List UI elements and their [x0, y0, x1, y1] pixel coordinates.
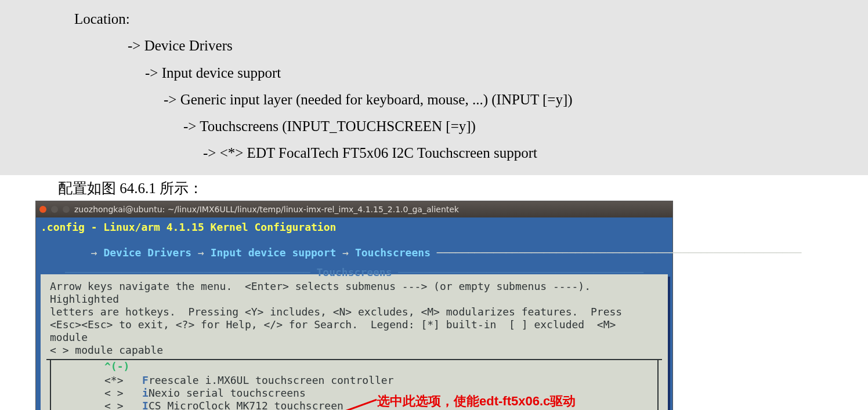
menuconfig-help: Arrow keys navigate the menu. <Enter> se… [46, 280, 662, 357]
window-minimize-icon[interactable] [51, 206, 58, 213]
location-block: Location: -> Device Drivers -> Input dev… [0, 0, 868, 175]
arrow-icon: → [198, 246, 204, 259]
location-line-1: -> Device Drivers [0, 32, 868, 59]
menuconfig-option[interactable]: <*> Freescale i.MX6UL touchscreen contro… [51, 374, 657, 387]
terminal-window: zuozhongkai@ubuntu: ~/linux/IMX6ULL/linu… [36, 201, 672, 411]
window-maximize-icon[interactable] [63, 206, 70, 213]
location-line-4: -> Touchscreens (INPUT_TOUCHSCREEN [=y]) [0, 113, 868, 140]
location-line-5: -> <*> EDT FocalTech FT5x06 I2C Touchscr… [0, 140, 868, 166]
arrow-icon: → [342, 246, 349, 259]
menuconfig-heading: ─────────────────────────────────────── … [46, 266, 662, 279]
menuconfig-box: ─────────────────────────────────────── … [41, 274, 668, 411]
kernel-config-title: .config - Linux/arm 4.1.15 Kernel Config… [41, 221, 668, 234]
menuconfig-list[interactable]: ^(-) <*> Freescale i.MX6UL touchscreen c… [50, 360, 659, 411]
scroll-up-indicator: ^(-) [51, 360, 657, 373]
arrow-icon: → [91, 246, 97, 259]
annotation-text: 选中此选项，使能edt-ft5x06.c驱动 [377, 395, 576, 408]
document-page: Location: -> Device Drivers -> Input dev… [0, 0, 868, 410]
terminal-body: .config - Linux/arm 4.1.15 Kernel Config… [36, 217, 672, 411]
window-close-icon[interactable] [39, 206, 46, 213]
breadcrumb-seg-2: Input device support [211, 246, 337, 259]
breadcrumb-seg-3: Touchscreens [355, 246, 431, 259]
terminal-titlebar: zuozhongkai@ubuntu: ~/linux/IMX6ULL/linu… [36, 201, 672, 217]
terminal-title-text: zuozhongkai@ubuntu: ~/linux/IMX6ULL/linu… [74, 203, 459, 216]
location-line-3: -> Generic input layer (needed for keybo… [0, 86, 868, 113]
location-line-2: -> Input device support [0, 60, 868, 86]
location-heading: Location: [0, 6, 868, 32]
figure-caption: 配置如图 64.6.1 所示： [0, 175, 868, 201]
breadcrumb-seg-1: Device Drivers [103, 246, 191, 259]
